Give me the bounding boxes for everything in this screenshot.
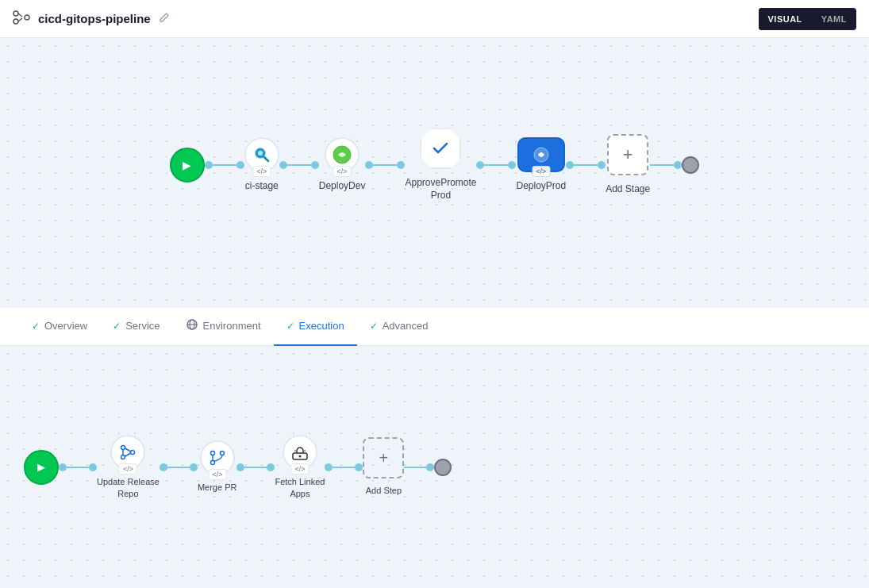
- tab-service-label: Service: [125, 320, 160, 332]
- ci-stage-label: ci-stage: [245, 180, 279, 193]
- environment-icon: [186, 318, 198, 333]
- merge-pr-badge: </>: [208, 469, 226, 480]
- deploy-dev-label: DeployDev: [319, 180, 366, 193]
- pipeline-flow: ▶ </> ci-stage: [170, 128, 699, 202]
- add-step-plus-icon: +: [379, 449, 389, 467]
- branches-icon: [119, 444, 137, 461]
- tab-environment-label: Environment: [203, 320, 261, 332]
- deploy-prod-label: DeployProd: [516, 180, 566, 193]
- stage-approve: ApprovePromoteProd: [405, 128, 476, 202]
- execution-check-icon: ✓: [286, 321, 294, 332]
- step-dot-9: [426, 463, 434, 471]
- svg-point-0: [13, 11, 18, 16]
- step-dot-6: [267, 463, 275, 471]
- step-dot-8: [355, 463, 363, 471]
- tab-overview[interactable]: ✓ Overview: [19, 308, 100, 346]
- svg-point-16: [210, 452, 214, 455]
- update-release-badge: </>: [119, 463, 137, 475]
- add-stage-plus-icon: +: [623, 144, 633, 165]
- connector-dot-5: [365, 161, 373, 169]
- add-step-label: Add Step: [366, 485, 402, 496]
- svg-point-20: [298, 455, 301, 458]
- step-dot-4: [190, 463, 198, 471]
- step-merge-pr: </> Merge PR: [198, 440, 237, 493]
- connector-line-6: [650, 164, 674, 166]
- tab-service[interactable]: ✓ Service: [100, 308, 172, 346]
- bottom-execution-canvas: ▶ </> Update ReleaseRepo: [0, 346, 869, 588]
- deploy-dev-node[interactable]: </>: [325, 137, 360, 172]
- stage-end: [682, 156, 699, 174]
- step-connector-1: [67, 467, 89, 468]
- view-toggle: VISUAL YAML: [759, 8, 857, 30]
- overview-check-icon: ✓: [32, 321, 40, 332]
- connector-dot-2: [236, 161, 244, 169]
- tabs-section: ✓ Overview ✓ Service Environment ✓ Execu…: [0, 308, 869, 346]
- tab-advanced[interactable]: ✓ Advanced: [357, 308, 441, 346]
- svg-point-18: [210, 461, 214, 465]
- search-icon: [252, 145, 271, 164]
- stage-start: ▶: [170, 148, 205, 183]
- visual-view-button[interactable]: VISUAL: [759, 8, 812, 30]
- fetch-linked-label: Fetch LinkedApps: [275, 476, 325, 499]
- deploy-prod-node[interactable]: </>: [517, 137, 565, 172]
- step-dot-1: [59, 463, 67, 471]
- connector-line-4: [484, 164, 508, 166]
- step-start-node[interactable]: ▶: [24, 450, 59, 485]
- svg-line-6: [264, 157, 268, 161]
- svg-point-7: [258, 151, 263, 156]
- step-dot-7: [325, 463, 333, 471]
- connector-dot-4: [311, 161, 319, 169]
- tab-advanced-label: Advanced: [383, 320, 429, 332]
- pipeline-title: cicd-gitops-pipeline: [38, 12, 151, 25]
- ci-stage-badge: </>: [252, 166, 271, 177]
- step-end: [434, 459, 452, 476]
- connector-line-3: [373, 164, 397, 166]
- step-end-node: [434, 459, 452, 476]
- svg-point-13: [121, 446, 125, 450]
- tab-execution-label: Execution: [299, 320, 344, 332]
- svg-point-17: [220, 452, 224, 455]
- yaml-view-button[interactable]: YAML: [812, 8, 856, 30]
- edit-icon[interactable]: [159, 12, 170, 25]
- stage-deploy-prod: </> DeployProd: [516, 137, 566, 193]
- approve-promote-node[interactable]: [420, 128, 461, 169]
- start-node[interactable]: ▶: [170, 148, 205, 183]
- deploy-prod-icon: [531, 144, 552, 165]
- svg-point-15: [131, 451, 135, 455]
- fetch-linked-node[interactable]: </>: [283, 435, 317, 470]
- svg-line-4: [18, 18, 22, 21]
- connector-dot-11: [674, 161, 682, 169]
- merge-pr-node[interactable]: </>: [200, 440, 235, 475]
- ci-stage-node[interactable]: </>: [244, 137, 279, 172]
- step-connector-5: [404, 467, 426, 468]
- step-update-release: </> Update ReleaseRepo: [97, 435, 160, 499]
- tab-environment[interactable]: Environment: [173, 308, 274, 346]
- connector-line-5: [574, 164, 598, 166]
- connector-dot-7: [476, 161, 484, 169]
- connector-line-1: [213, 164, 236, 166]
- deploy-dev-icon: [332, 144, 352, 165]
- tab-execution[interactable]: ✓ Execution: [274, 308, 357, 346]
- step-fetch-linked: </> Fetch LinkedApps: [275, 435, 325, 499]
- step-connector-4: [333, 467, 355, 468]
- step-add: + Add Step: [363, 437, 404, 496]
- update-release-node[interactable]: </>: [110, 435, 145, 470]
- svg-point-2: [25, 15, 29, 20]
- step-connector-3: [244, 467, 267, 468]
- approve-icon: [431, 139, 450, 158]
- stage-add: + Add Stage: [606, 134, 650, 196]
- deploy-dev-badge: </>: [333, 166, 352, 177]
- advanced-check-icon: ✓: [370, 321, 378, 332]
- tab-overview-label: Overview: [44, 320, 87, 332]
- add-stage-button[interactable]: +: [607, 134, 648, 175]
- fetch-linked-badge: </>: [290, 463, 309, 475]
- step-dot-5: [236, 463, 244, 471]
- stage-deploy-dev: </> DeployDev: [319, 137, 366, 193]
- svg-point-1: [13, 19, 18, 24]
- connector-dot-10: [598, 161, 606, 169]
- add-stage-label: Add Stage: [606, 183, 650, 196]
- add-step-button[interactable]: +: [363, 437, 404, 478]
- approve-promote-label: ApprovePromoteProd: [405, 177, 476, 202]
- fetch-icon: [290, 444, 310, 461]
- connector-dot-9: [566, 161, 574, 169]
